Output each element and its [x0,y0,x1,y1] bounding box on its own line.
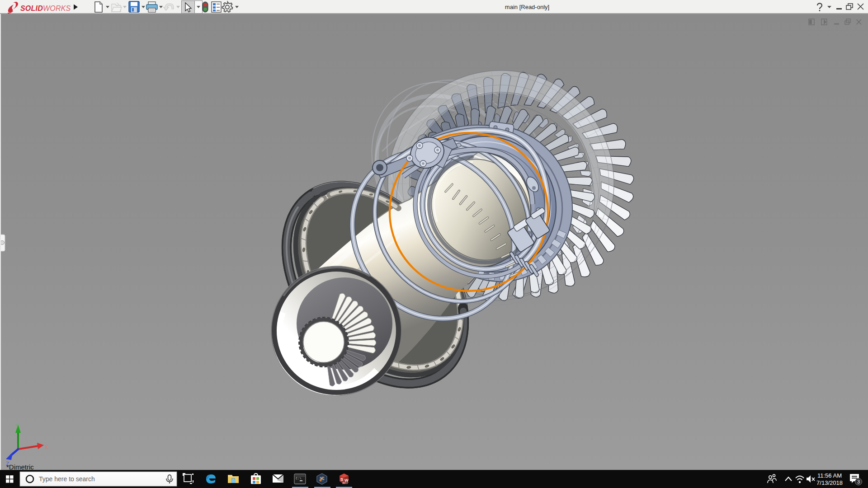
svg-text:*Dimetric: *Dimetric [6,463,34,470]
svg-text:WORKS: WORKS [43,5,71,12]
svg-text:7/13/2018: 7/13/2018 [816,479,843,486]
svg-text:3: 3 [857,479,860,484]
svg-text:11:56 AM: 11:56 AM [817,472,842,479]
svg-text:S: S [340,477,343,482]
svg-text:Y: Y [15,423,19,429]
svg-text:SOLID: SOLID [20,5,43,12]
svg-text:X: X [45,444,48,450]
svg-text:2017: 2017 [342,482,349,484]
svg-text:Type here to search: Type here to search [39,475,95,483]
svg-text:C:\: C:\ [296,477,302,480]
